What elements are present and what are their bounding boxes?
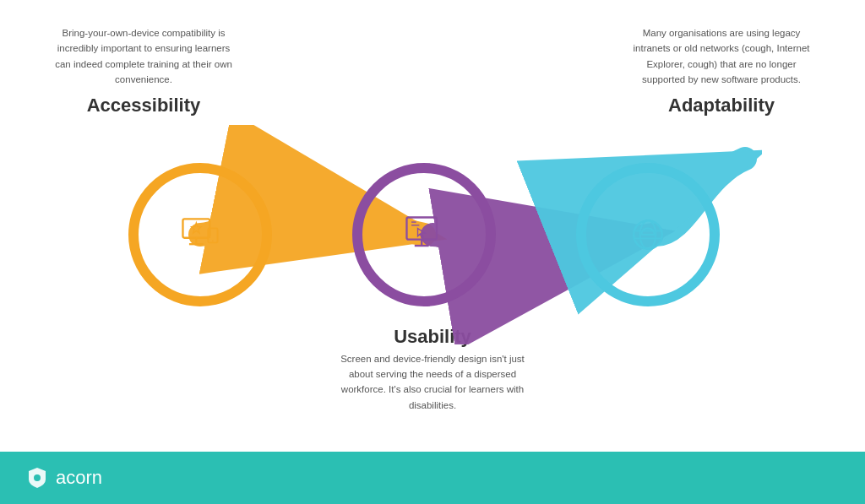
top-texts: Bring-your-own-device compatibility is i… <box>0 0 865 117</box>
svg-marker-14 <box>418 228 425 237</box>
adaptability-circle <box>576 163 720 306</box>
monitor-icon <box>400 211 448 258</box>
accessibility-section: Bring-your-own-device compatibility is i… <box>51 25 237 117</box>
accessibility-title: Accessibility <box>51 95 237 117</box>
svg-point-19 <box>34 474 41 481</box>
usability-circle <box>352 163 496 306</box>
footer-logo: acorn <box>25 466 102 490</box>
svg-marker-6 <box>192 223 201 233</box>
adaptability-title: Adaptability <box>628 95 814 117</box>
usability-description: Screen and device-friendly design isn't … <box>340 351 525 414</box>
adaptability-section: Many organisations are using legacy intr… <box>628 25 814 117</box>
accessibility-description: Bring-your-own-device compatibility is i… <box>51 25 237 88</box>
accessibility-circle <box>128 163 272 306</box>
devices-icon <box>177 211 224 258</box>
brand-name: acorn <box>56 467 102 489</box>
internet-explorer-icon <box>624 211 672 258</box>
diagram-area <box>103 125 762 344</box>
acorn-shield-icon <box>25 466 49 490</box>
main-content: Bring-your-own-device compatibility is i… <box>0 0 865 452</box>
footer: acorn <box>0 452 865 504</box>
adaptability-description: Many organisations are using legacy intr… <box>628 25 814 88</box>
svg-rect-9 <box>406 217 436 239</box>
